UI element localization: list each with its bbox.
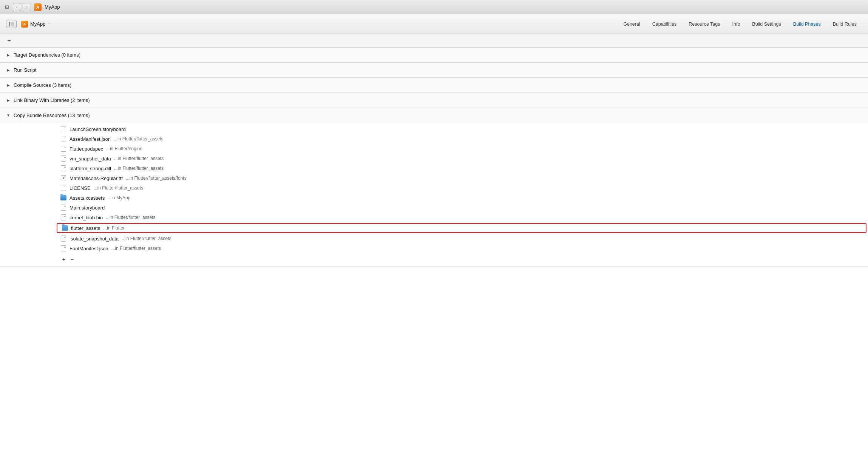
grid-icon: ⊞	[4, 4, 10, 10]
phase-target-dependencies: ▶ Target Dependencies (0 items)	[0, 48, 868, 63]
file-list: LaunchScreen.storyboard AssetManifest.js…	[0, 123, 868, 266]
svg-rect-0	[9, 22, 10, 26]
nav-buttons: ‹ ›	[13, 3, 31, 11]
phase-copy-bundle: ▼ Copy Bundle Resources (13 items) Launc…	[0, 108, 868, 266]
file-path: ...in Flutter/flutter_assets/fonts	[126, 176, 187, 181]
phase-copy-bundle-title: Copy Bundle Resources (13 items)	[14, 112, 90, 118]
file-name: isolate_snapshot_data	[70, 236, 119, 242]
file-icon	[60, 235, 66, 242]
file-name: vm_snapshot_data	[70, 156, 111, 162]
project-chevron-icon: ⌃	[48, 22, 51, 26]
file-name: LaunchScreen.storyboard	[70, 126, 126, 132]
file-path: ...in Flutter/flutter_assets	[106, 215, 155, 220]
file-name: kernel_blob.bin	[70, 215, 103, 220]
list-toolbar: + −	[0, 253, 868, 265]
app-icon: A	[34, 3, 42, 11]
file-icon	[60, 245, 66, 252]
table-row[interactable]: Main.storyboard	[0, 203, 868, 213]
tab-general[interactable]: General	[618, 20, 645, 29]
nav-forward-button[interactable]: ›	[23, 3, 31, 11]
table-row[interactable]: AssetManifest.json ...in Flutter/flutter…	[0, 134, 868, 144]
tab-capabilities[interactable]: Capabilities	[647, 20, 682, 29]
file-icon	[60, 204, 66, 211]
table-row[interactable]: kernel_blob.bin ...in Flutter/flutter_as…	[0, 213, 868, 222]
phase-run-script-header[interactable]: ▶ Run Script	[0, 63, 868, 77]
phase-target-dependencies-title: Target Dependencies (0 items)	[14, 52, 80, 58]
table-row[interactable]: platform_strong.dill ...in Flutter/flutt…	[0, 163, 868, 173]
table-row[interactable]: isolate_snapshot_data ...in Flutter/flut…	[0, 234, 868, 243]
project-icon: A	[21, 21, 28, 28]
file-name: flutter_assets	[71, 225, 100, 231]
file-name: MaterialIcons-Regular.ttf	[70, 176, 123, 181]
phase-run-script: ▶ Run Script	[0, 63, 868, 78]
file-name: AssetManifest.json	[70, 136, 111, 142]
window-title: MyApp	[45, 4, 60, 10]
svg-rect-1	[11, 22, 14, 26]
table-row[interactable]: A MaterialIcons-Regular.ttf ...in Flutte…	[0, 173, 868, 183]
phase-run-script-title: Run Script	[14, 67, 37, 73]
nav-back-button[interactable]: ‹	[13, 3, 21, 11]
file-name: Flutter.podspec	[70, 146, 103, 152]
file-path: ...in Flutter/flutter_assets	[114, 156, 164, 161]
file-path: ...in MyApp	[108, 195, 130, 200]
project-selector[interactable]: A MyApp ⌃	[21, 21, 51, 28]
file-icon-folder	[60, 194, 66, 201]
file-icon-folder	[62, 225, 68, 231]
file-icon	[60, 165, 66, 172]
collapse-triangle-icon: ▶	[6, 83, 11, 88]
collapse-triangle-open-icon: ▼	[6, 113, 11, 118]
table-row[interactable]: Assets.xcassets ...in MyApp	[0, 193, 868, 203]
table-row[interactable]: Flutter.podspec ...in Flutter/engine	[0, 144, 868, 154]
file-path: ...in Flutter/flutter_assets	[122, 236, 171, 241]
tab-build-phases[interactable]: Build Phases	[788, 20, 826, 29]
file-path: ...in Flutter	[103, 225, 125, 231]
tab-info[interactable]: Info	[727, 20, 746, 29]
collapse-triangle-icon: ▶	[6, 68, 11, 72]
add-file-button[interactable]: +	[60, 256, 67, 262]
add-phase-button[interactable]: +	[5, 37, 13, 45]
file-icon	[60, 214, 66, 221]
tab-bar: A MyApp ⌃ General Capabilities Resource …	[0, 14, 868, 34]
phase-link-binary-header[interactable]: ▶ Link Binary With Libraries (2 items)	[0, 93, 868, 108]
file-name: FontManifest.json	[70, 246, 108, 251]
file-path: ...in Flutter/engine	[106, 146, 142, 151]
table-row[interactable]: LaunchScreen.storyboard	[0, 124, 868, 134]
file-path: ...in Flutter/flutter_assets	[94, 185, 143, 191]
phase-link-binary: ▶ Link Binary With Libraries (2 items)	[0, 93, 868, 108]
project-name: MyApp	[30, 21, 45, 27]
file-name: LICENSE	[70, 185, 91, 191]
file-icon	[60, 136, 66, 142]
file-icon	[60, 185, 66, 191]
file-icon-font: A	[60, 175, 66, 182]
file-name: Main.storyboard	[70, 205, 105, 211]
file-icon	[60, 155, 66, 162]
table-row[interactable]: vm_snapshot_data ...in Flutter/flutter_a…	[0, 154, 868, 163]
phase-target-dependencies-header[interactable]: ▶ Target Dependencies (0 items)	[0, 48, 868, 62]
main-toolbar: +	[0, 34, 868, 48]
title-bar: ⊞ ‹ › A MyApp	[0, 0, 868, 14]
collapse-triangle-icon: ▶	[6, 98, 11, 103]
phase-link-binary-title: Link Binary With Libraries (2 items)	[14, 97, 90, 103]
tab-build-settings[interactable]: Build Settings	[747, 20, 786, 29]
table-row[interactable]: LICENSE ...in Flutter/flutter_assets	[0, 183, 868, 193]
file-icon	[60, 126, 66, 132]
table-row-highlighted[interactable]: flutter_assets ...in Flutter	[57, 223, 866, 233]
file-icon	[60, 145, 66, 152]
sidebar-toggle-button[interactable]	[6, 20, 17, 28]
phase-copy-bundle-header[interactable]: ▼ Copy Bundle Resources (13 items)	[0, 108, 868, 123]
phase-compile-sources-title: Compile Sources (3 items)	[14, 82, 71, 88]
phase-compile-sources-header[interactable]: ▶ Compile Sources (3 items)	[0, 78, 868, 92]
phase-compile-sources: ▶ Compile Sources (3 items)	[0, 78, 868, 93]
tab-items: General Capabilities Resource Tags Info …	[618, 20, 862, 29]
tab-build-rules[interactable]: Build Rules	[828, 20, 862, 29]
tab-resource-tags[interactable]: Resource Tags	[683, 20, 725, 29]
file-path: ...in Flutter/flutter_assets	[111, 246, 161, 251]
file-name: Assets.xcassets	[70, 195, 105, 201]
file-path: ...in Flutter/flutter_assets	[114, 136, 163, 142]
file-path: ...in Flutter/flutter_assets	[114, 166, 164, 171]
file-name: platform_strong.dill	[70, 166, 111, 171]
remove-file-button[interactable]: −	[69, 256, 76, 262]
collapse-triangle-icon: ▶	[6, 53, 11, 57]
table-row[interactable]: FontManifest.json ...in Flutter/flutter_…	[0, 243, 868, 253]
main-content: ▶ Target Dependencies (0 items) ▶ Run Sc…	[0, 48, 868, 459]
